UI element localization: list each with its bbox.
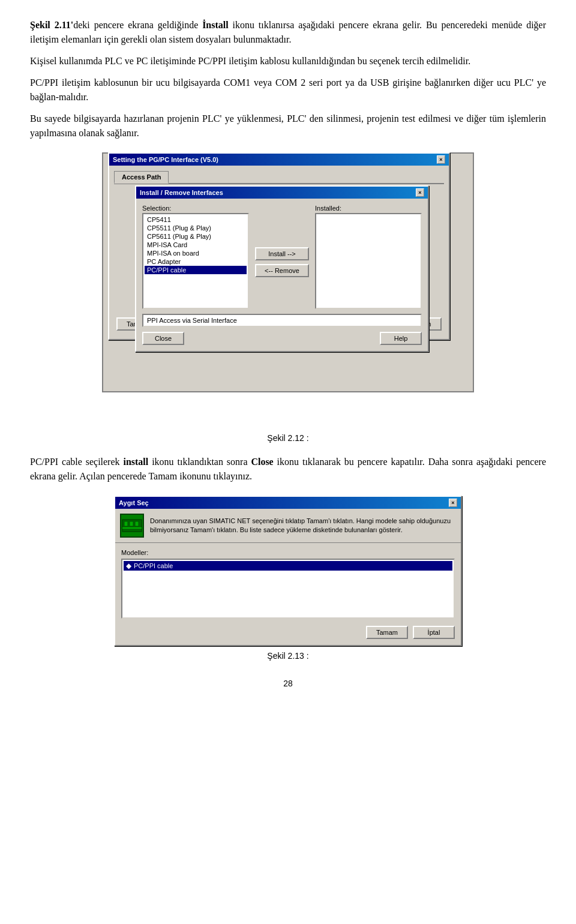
install-content: Selection: CP5411 CP5511 (Plug & Play) C… [136,199,428,351]
list-item-mpiisa-onboard[interactable]: MPI-ISA on board [145,249,247,257]
aygit-description: Donanımınıza uyan SIMATIC NET seçeneğini… [150,517,451,533]
aygit-list-item-label: PC/PPI cable [134,562,173,569]
svg-rect-2 [130,521,133,526]
aygit-icon [120,514,144,538]
installed-listbox[interactable] [315,213,422,309]
list-item-mpiisa-card[interactable]: MPI-ISA Card [145,241,247,249]
para1-text: deki pencere ekrana geldiğinde [73,20,202,30]
aygit-header: Donanımınıza uyan SIMATIC NET seçeneğini… [115,509,461,543]
aygit-listbox[interactable]: ◆ PC/PPI cable [121,559,455,619]
svg-rect-3 [135,521,139,526]
svg-rect-1 [124,521,128,526]
figure-ref: Şekil 2.11' [30,20,73,30]
list-item-cp5611[interactable]: CP5611 (Plug & Play) [145,232,247,241]
fig12-caption: Şekil 2.12 : [267,433,308,443]
paragraph-4: Bu sayede bilgisayarda hazırlanan projen… [30,112,546,140]
aygit-list-item-pcppi[interactable]: ◆ PC/PPI cable [124,561,452,571]
install-remove-dialog[interactable]: Install / Remove Interfaces × Selection:… [135,185,429,352]
help-button[interactable]: Help [380,332,422,345]
aygit-dialog[interactable]: Aygıt Seç × Donanımınıza uyan SIMATIC NE… [114,496,462,646]
list-item-pc-adapter[interactable]: PC Adapter [145,257,247,266]
install-close-x[interactable]: × [416,188,424,197]
installed-label: Installed: [315,205,422,212]
install-columns: Selection: CP5411 CP5511 (Plug & Play) C… [142,205,422,309]
paragraph-1: Şekil 2.11'deki pencere ekrana geldiğind… [30,18,546,47]
pgpc-titlebar: Setting the PG/PC Interface (V5.0) × [109,154,449,166]
remove-button[interactable]: <-- Remove [255,264,309,277]
selection-label: Selection: [142,205,249,212]
aygit-bottom-buttons: Tamam İptal [121,626,455,639]
fig12-close: Close [251,457,273,467]
installed-column: Installed: [315,205,422,309]
list-item-cp5511[interactable]: CP5511 (Plug & Play) [145,224,247,232]
fig12-description: PC/PPI cable seçilerek install ikonu tık… [30,455,546,484]
aygit-tamam-button[interactable]: Tamam [366,626,408,639]
fig12-pre: PC/PPI cable seçilerek [30,457,123,467]
figure-12-container: Setting the PG/PC Interface (V5.0) × Acc… [30,152,546,443]
close-button[interactable]: Close [142,332,184,345]
para4-text: Bu sayede bilgisayarda hazırlanan projen… [30,113,546,138]
pgpc-tab-bar: Access Path [114,170,444,184]
aygit-titlebar: Aygıt Seç × [115,497,461,509]
install-button[interactable]: Install --> [255,247,309,260]
pgpc-close-btn[interactable]: × [437,155,445,164]
install-titlebar-buttons: × [416,188,424,197]
page-number: 28 [30,679,546,688]
aygit-title: Aygıt Seç [119,499,149,506]
aygit-titlebar-buttons: × [449,499,457,507]
fig12-install: install [123,457,148,467]
access-path-tab[interactable]: Access Path [114,171,169,184]
install-titlebar: Install / Remove Interfaces × [136,187,428,199]
selection-column: Selection: CP5411 CP5511 (Plug & Play) C… [142,205,249,309]
fig12-mid: ikonu tıklandıktan sonra [148,457,251,467]
install-remove-buttons: Install --> <-- Remove [255,205,309,309]
fig13-caption: Şekil 2.13 : [267,651,308,661]
selection-listbox[interactable]: CP5411 CP5511 (Plug & Play) CP5611 (Plug… [142,213,249,309]
paragraph-3: PC/PPI iletişim kablosunun bir ucu bilgi… [30,76,546,104]
aygit-header-text: Donanımınıza uyan SIMATIC NET seçeneğini… [150,517,456,535]
pgpc-titlebar-buttons: × [437,155,445,164]
pgpc-title: Setting the PG/PC Interface (V5.0) [113,156,218,163]
list-item-pcppi-cable[interactable]: PC/PPI cable [145,266,247,274]
figure-12-dialogs: Setting the PG/PC Interface (V5.0) × Acc… [102,152,474,428]
list-item-cp5411[interactable]: CP5411 [145,215,247,224]
status-text: PPI Access via Serial Interface [142,314,422,327]
aygit-content: Modeller: ◆ PC/PPI cable Tamam İptal [115,543,461,645]
para2-text: Kişisel kullanımda PLC ve PC iletişimind… [30,56,470,66]
install-bold: İnstall [202,20,229,30]
para3-text: PC/PPI iletişim kablosunun bir ucu bilgi… [30,77,546,102]
inner-bottom-buttons: Close Help [142,332,422,345]
figure-13-container: Aygıt Seç × Donanımınıza uyan SIMATIC NE… [30,496,546,661]
diamond-icon: ◆ [126,562,131,570]
install-title: Install / Remove Interfaces [140,189,223,196]
circuit-icon [121,515,143,536]
aygit-iptal-button[interactable]: İptal [413,626,455,639]
aygit-close-x[interactable]: × [449,499,457,507]
paragraph-2: Kişisel kullanımda PLC ve PC iletişimind… [30,54,546,68]
modeller-label: Modeller: [121,549,455,556]
